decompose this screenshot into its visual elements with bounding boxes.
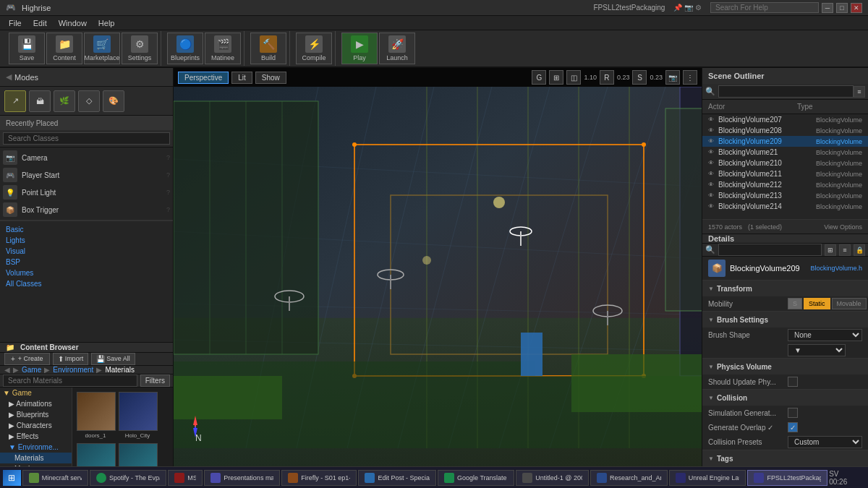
viewport-perspective-btn[interactable]: Perspective xyxy=(178,72,229,84)
details-icon-list[interactable]: ≡ xyxy=(839,244,851,256)
tree-effects[interactable]: ▶ Effects xyxy=(0,431,72,442)
filters-button[interactable]: Filters xyxy=(140,374,170,387)
placed-item-camera[interactable]: 📷 Camera ? xyxy=(0,149,173,166)
details-icon-lock[interactable]: 🔒 xyxy=(854,244,865,256)
marketplace-button[interactable]: 🛒 Marketplace xyxy=(84,33,120,64)
scene-item-bv21[interactable]: 👁 BlockingVolume21 BlockingVolume xyxy=(702,147,868,158)
matinee-button[interactable]: 🎬 Matinee xyxy=(205,33,241,64)
menu-edit[interactable]: Edit xyxy=(27,16,53,30)
static-option[interactable]: S xyxy=(788,298,802,309)
cb-search-input[interactable] xyxy=(3,374,137,387)
scene-item-bv214[interactable]: 👁 BlockingVolume214 BlockingVolume xyxy=(702,201,868,212)
taskbar-google-translate[interactable]: Google Translate -... xyxy=(438,470,514,486)
viewport-icon-r[interactable]: R xyxy=(600,70,614,85)
should-update-checkbox[interactable] xyxy=(788,377,798,387)
taskbar-untitled[interactable]: Untitled-1 @ 200... xyxy=(516,470,589,486)
viewport-icon-snap[interactable]: ◫ xyxy=(566,70,581,85)
simulation-gen-checkbox[interactable] xyxy=(788,408,798,418)
import-button[interactable]: ⬆ Import xyxy=(53,353,89,365)
tags-section-header[interactable]: ▼ Tags xyxy=(702,450,868,466)
view-options-scene[interactable]: View Options xyxy=(824,223,862,231)
taskbar-firefly[interactable]: Firefly - S01 ep1-14 xyxy=(281,470,357,486)
brush-settings-header[interactable]: ▼ Brush Settings xyxy=(702,312,868,328)
save-button[interactable]: 💾 Save xyxy=(9,33,45,64)
close-button[interactable]: ✕ xyxy=(851,3,862,13)
tree-game[interactable]: ▼ Game xyxy=(0,388,72,398)
settings-button[interactable]: ⚙ Settings xyxy=(122,33,158,64)
tree-blueprints[interactable]: ▶ Blueprints xyxy=(0,409,72,420)
tree-characters[interactable]: ▶ Characters xyxy=(0,420,72,431)
category-all[interactable]: All Classes xyxy=(6,278,167,289)
static-label-btn[interactable]: Static xyxy=(804,298,830,309)
viewport-icon-s[interactable]: S xyxy=(632,70,647,85)
tree-materials[interactable]: Materials xyxy=(0,453,72,463)
brush-type-select[interactable]: ▼ xyxy=(788,344,846,356)
brush-shape-select[interactable]: None xyxy=(788,329,862,341)
category-basic[interactable]: Basic xyxy=(6,224,167,235)
category-bsp[interactable]: BSP xyxy=(6,257,167,267)
placed-item-box-trigger[interactable]: 📦 Box Trigger ? xyxy=(0,201,173,218)
start-button[interactable]: ⊞ xyxy=(3,470,21,486)
scene-item-bv212[interactable]: 👁 BlockingVolume212 BlockingVolume xyxy=(702,179,868,190)
compile-button[interactable]: ⚡ Compile xyxy=(296,33,332,64)
collision-presets-select[interactable]: Custom xyxy=(788,436,862,448)
category-visual[interactable]: Visual xyxy=(6,246,167,257)
breadcrumb-game[interactable]: Game xyxy=(22,366,41,374)
taskbar-unreal-launcher[interactable]: Unreal Engine Lau... xyxy=(669,470,746,486)
nav-back-icon[interactable]: ◀ xyxy=(4,366,10,374)
mode-landscape[interactable]: 🏔 xyxy=(29,90,51,112)
scene-search-input[interactable] xyxy=(718,85,854,98)
menu-window[interactable]: Window xyxy=(53,16,93,30)
physics-volume-header[interactable]: ▼ Physics Volume xyxy=(702,359,868,374)
transform-section-header[interactable]: ▼ Transform xyxy=(702,281,868,296)
menu-file[interactable]: File xyxy=(3,16,27,30)
launch-button[interactable]: 🚀 Launch xyxy=(379,33,415,64)
blueprints-button[interactable]: 🔵 Blueprints xyxy=(167,33,203,64)
viewport-lit-btn[interactable]: Lit xyxy=(231,72,252,84)
scene-item-bv208[interactable]: 👁 BlockingVolume208 BlockingVolume xyxy=(702,125,868,136)
minimize-button[interactable]: ─ xyxy=(822,3,833,13)
details-icon-grid[interactable]: ⊞ xyxy=(825,244,836,256)
breadcrumb-materials[interactable]: Materials xyxy=(105,366,135,374)
category-lights[interactable]: Lights xyxy=(6,235,167,246)
placed-item-player-start[interactable]: 🎮 Player Start ? xyxy=(0,166,173,184)
play-button[interactable]: ▶ Play xyxy=(341,33,378,64)
viewport-camera-icon[interactable]: 📷 xyxy=(665,70,680,85)
scene-item-bv211[interactable]: 👁 BlockingVolume211 BlockingVolume xyxy=(702,168,868,179)
help-search[interactable] xyxy=(710,2,819,13)
viewport-show-btn[interactable]: Show xyxy=(255,72,286,84)
placed-item-point-light[interactable]: 💡 Point Light ? xyxy=(0,184,173,201)
scene-item-bv209[interactable]: 👁 BlockingVolume209 BlockingVolume xyxy=(702,136,868,147)
mode-select[interactable]: ↗ xyxy=(4,90,26,112)
scene-item-bv207[interactable]: 👁 BlockingVolume207 BlockingVolume xyxy=(702,114,868,125)
taskbar-editpost[interactable]: Edit Post - Speciali... xyxy=(358,470,436,486)
save-all-button[interactable]: 💾 Save All xyxy=(91,353,135,365)
tree-environment[interactable]: ▼ Environme... xyxy=(0,442,72,453)
tree-animations[interactable]: ▶ Animations xyxy=(0,398,72,409)
nav-forward-icon[interactable]: ▶ xyxy=(13,366,19,374)
scene-item-bv213[interactable]: 👁 BlockingVolume213 BlockingVolume xyxy=(702,190,868,201)
scene-item-bv210[interactable]: 👁 BlockingVolume210 BlockingVolume xyxy=(702,158,868,168)
asset-holocity[interactable]: Holo_City xyxy=(117,390,158,440)
asset-doors1[interactable]: doors_1 xyxy=(75,390,116,440)
taskbar-msi[interactable]: MSI xyxy=(168,470,203,486)
search-classes-input[interactable] xyxy=(3,132,170,145)
taskbar-research[interactable]: Research_and_An... xyxy=(590,470,668,486)
build-button[interactable]: 🔨 Build xyxy=(250,33,286,64)
taskbar-spotify[interactable]: Spotify - The Evpa... xyxy=(90,470,166,486)
breadcrumb-environment[interactable]: Environment xyxy=(53,366,93,374)
taskbar-presentations[interactable]: Presentations mat... xyxy=(204,470,280,486)
maximize-button[interactable]: □ xyxy=(836,3,848,13)
category-volumes[interactable]: Volumes xyxy=(6,267,167,278)
viewport-icon-grid[interactable]: ⊞ xyxy=(549,70,563,85)
mode-paint[interactable]: 🎨 xyxy=(103,90,124,112)
content-button[interactable]: 📁 Content xyxy=(46,33,82,64)
viewport-menu-icon[interactable]: ⋮ xyxy=(683,70,697,85)
create-button[interactable]: + + Create xyxy=(4,353,50,365)
taskbar-minecraft[interactable]: Minecraft server xyxy=(22,470,88,486)
mode-geometry[interactable]: ◇ xyxy=(78,90,100,112)
taskbar-fpsll2[interactable]: FPSLL2testPackagi... xyxy=(747,470,827,486)
actor-header-link[interactable]: BlockingVolume.h xyxy=(810,265,862,272)
collision-section-header[interactable]: ▼ Collision xyxy=(702,390,868,406)
mode-foliage[interactable]: 🌿 xyxy=(54,90,75,112)
